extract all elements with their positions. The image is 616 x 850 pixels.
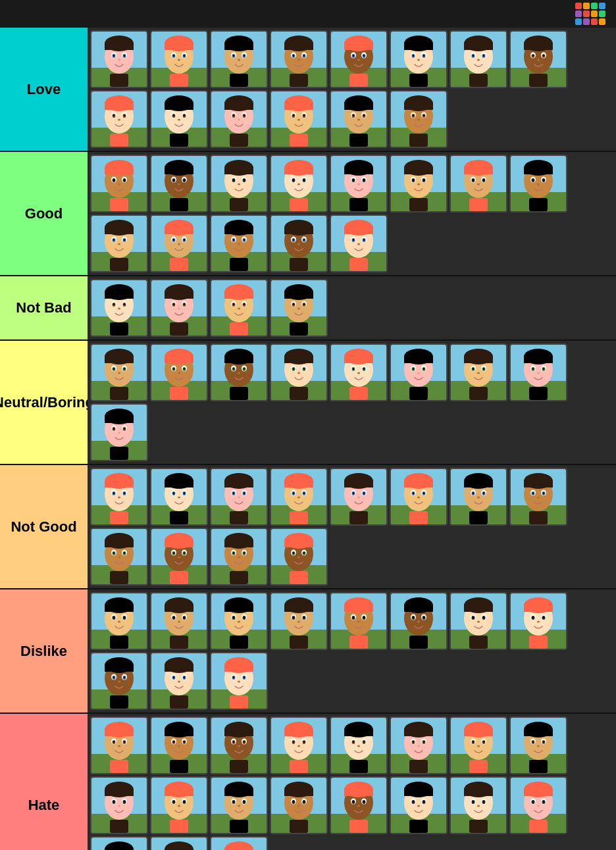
char-cell-char-lindsay[interactable] [150, 90, 208, 148]
svg-rect-615 [290, 511, 308, 524]
char-cell-char-owen[interactable] [210, 30, 268, 88]
char-cell-char-tda1[interactable] [270, 214, 328, 272]
char-cell-char-blaineley[interactable] [390, 716, 448, 774]
char-cell-char-heather3[interactable] [210, 716, 268, 774]
char-cell-char-staci2[interactable] [390, 776, 448, 834]
char-cell-char-gwen2[interactable] [330, 776, 388, 834]
char-cell-char-dawn[interactable] [150, 343, 208, 401]
char-cell-char-tda2[interactable] [330, 214, 388, 272]
char-cell-char-cameron[interactable] [330, 343, 388, 401]
char-cell-char-extra4[interactable] [150, 836, 208, 850]
char-cell-char-sam[interactable] [390, 592, 448, 650]
char-cell-char-topher2[interactable] [449, 776, 507, 834]
char-cell-char-duncan-s1[interactable] [90, 90, 148, 148]
char-cell-char-brick[interactable] [449, 343, 507, 401]
char-cell-char-lindsey2[interactable] [210, 776, 268, 834]
svg-rect-293 [469, 198, 488, 211]
char-cell-char-beardo[interactable] [270, 528, 328, 586]
svg-point-991 [543, 741, 544, 743]
svg-point-724 [293, 552, 294, 554]
svg-rect-621 [344, 481, 373, 488]
char-cell-char-mystery2[interactable] [449, 30, 507, 88]
svg-rect-713 [230, 571, 248, 584]
char-cell-char-geoff[interactable] [270, 155, 328, 213]
char-cell-char-dj[interactable] [270, 90, 328, 148]
char-cell-char-lightning2[interactable] [330, 592, 388, 650]
char-cell-char-sierra[interactable] [90, 343, 148, 401]
char-cell-char-alejandro2[interactable] [150, 716, 208, 774]
char-cell-char-heather2[interactable] [270, 279, 328, 337]
char-cell-char-noah[interactable] [150, 214, 208, 272]
char-cell-char-chef[interactable] [90, 592, 148, 650]
char-cell-char-bridgette[interactable] [330, 90, 388, 148]
char-cell-char-rodney[interactable] [210, 468, 268, 526]
svg-rect-909 [170, 760, 188, 773]
char-cell-char-beth[interactable] [90, 155, 148, 213]
char-cell-char-cody[interactable] [509, 155, 567, 213]
char-cell-char-leshawna[interactable] [270, 30, 328, 88]
char-cell-char-jasmine[interactable] [90, 468, 148, 526]
char-cell-char-lightning[interactable] [150, 592, 208, 650]
char-cell-char-mal[interactable] [90, 716, 148, 774]
char-cell-char-sugar[interactable] [449, 468, 507, 526]
char-cell-char-tyler[interactable] [330, 30, 388, 88]
char-cell-char-harold2[interactable] [150, 279, 208, 337]
char-cell-char-anne2[interactable] [90, 652, 148, 710]
char-cell-char-samey[interactable] [90, 528, 148, 586]
char-cell-char-b[interactable] [390, 343, 448, 401]
char-cell-char-sky[interactable] [270, 468, 328, 526]
svg-rect-951 [349, 760, 368, 773]
char-cell-char-harold3[interactable] [449, 716, 507, 774]
svg-rect-209 [110, 198, 128, 211]
svg-point-348 [238, 243, 240, 245]
char-cell-char-extra5[interactable] [210, 836, 268, 850]
char-cell-char-leshawna2[interactable] [210, 155, 268, 213]
char-cell-char-topher[interactable] [150, 528, 208, 586]
svg-point-1046 [293, 801, 294, 803]
svg-point-136 [173, 114, 174, 116]
char-cell-char-eva[interactable] [330, 155, 388, 213]
char-cell-char-shawn[interactable] [150, 468, 208, 526]
char-cell-char-dave[interactable] [330, 468, 388, 526]
char-cell-char-ella[interactable] [390, 468, 448, 526]
char-cell-char-heather-s1[interactable] [90, 30, 148, 88]
char-cell-char-leonard[interactable] [210, 528, 268, 586]
char-cell-char-brick2[interactable] [210, 652, 268, 710]
char-cell-char-dakota[interactable] [210, 592, 268, 650]
char-cell-char-dj3[interactable] [90, 279, 148, 337]
char-cell-char-trent[interactable] [210, 90, 268, 148]
char-cell-char-harold[interactable] [210, 214, 268, 272]
svg-rect-13 [110, 74, 128, 87]
char-cell-char-sadie[interactable] [449, 155, 507, 213]
char-cell-char-alejandro[interactable] [210, 279, 268, 337]
char-cell-char-blaineley2[interactable] [270, 776, 328, 834]
char-cell-char-mike[interactable] [449, 592, 507, 650]
char-cell-char-staci[interactable] [90, 403, 148, 461]
svg-point-990 [532, 741, 534, 743]
char-cell-char-zoey[interactable] [210, 343, 268, 401]
char-cell-char-anne-maria[interactable] [270, 343, 328, 401]
char-cell-char-dj2[interactable] [150, 155, 208, 213]
char-cell-char-jo[interactable] [509, 343, 567, 401]
char-cell-char-dakota2[interactable] [150, 652, 208, 710]
char-cell-char-beardo2[interactable] [270, 716, 328, 774]
char-cell-char-jo2[interactable] [509, 592, 567, 650]
char-cell-char-courtney[interactable] [390, 155, 448, 213]
svg-point-711 [244, 552, 245, 554]
char-cell-char-katie[interactable] [90, 214, 148, 272]
svg-point-109 [543, 55, 544, 57]
char-cell-char-extra1[interactable] [390, 90, 448, 148]
char-cell-char-extra3[interactable] [90, 836, 148, 850]
char-cell-char-extra2[interactable] [509, 776, 567, 834]
char-cell-char-scarlett[interactable] [509, 468, 567, 526]
char-cell-char-max[interactable] [90, 776, 148, 834]
char-cell-char-gwen[interactable] [150, 30, 208, 88]
svg-rect-685 [110, 571, 128, 584]
char-cell-char-justin[interactable] [509, 716, 567, 774]
char-cell-char-scott[interactable] [270, 592, 328, 650]
char-cell-char-courtney2[interactable] [150, 776, 208, 834]
svg-point-68 [357, 59, 360, 61]
char-cell-char-izzy[interactable] [509, 30, 567, 88]
char-cell-char-mystery1[interactable] [390, 30, 448, 88]
char-cell-char-ezekiel[interactable] [330, 716, 388, 774]
